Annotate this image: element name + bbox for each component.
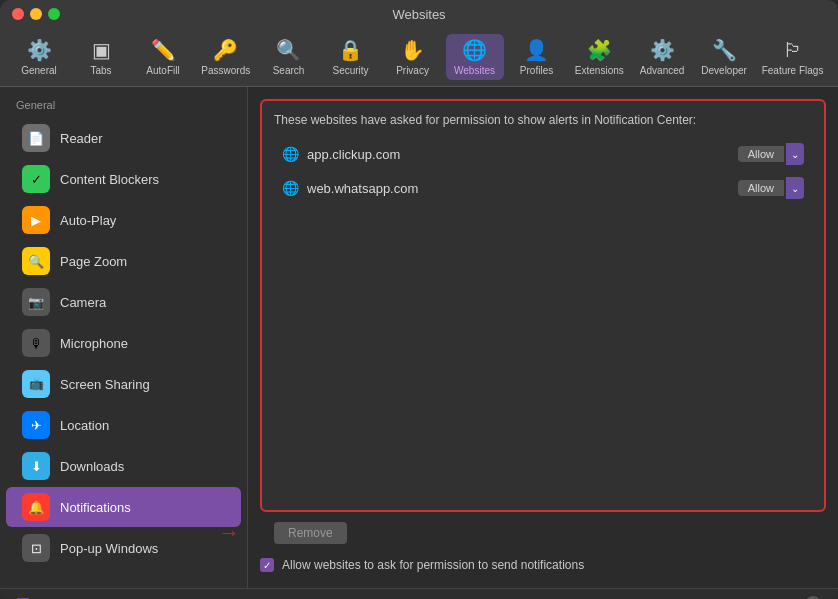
maximize-button[interactable] — [48, 8, 60, 20]
reader-icon: 📄 — [22, 124, 50, 152]
toolbar-label-general: General — [21, 65, 57, 76]
notification-header: These websites have asked for permission… — [274, 113, 812, 127]
toolbar-label-profiles: Profiles — [520, 65, 553, 76]
toolbar-item-autofill[interactable]: ✏️ AutoFill — [134, 34, 192, 80]
content-blockers-icon: ✓ — [22, 165, 50, 193]
remove-area: → Remove — [260, 522, 826, 544]
toolbar-label-security: Security — [332, 65, 368, 76]
website-info-clickup: 🌐 app.clickup.com — [282, 146, 400, 162]
sidebar-label-location: Location — [60, 418, 109, 433]
downloads-icon: ⬇ — [22, 452, 50, 480]
website-name-clickup: app.clickup.com — [307, 147, 400, 162]
screen-sharing-icon: 📺 — [22, 370, 50, 398]
search-icon: 🔍 — [276, 38, 301, 62]
toolbar-label-passwords: Passwords — [201, 65, 250, 76]
notifications-checkbox-label: Allow websites to ask for permission to … — [282, 558, 584, 572]
minimize-button[interactable] — [30, 8, 42, 20]
allow-dropdown-clickup[interactable]: ⌄ — [786, 143, 804, 165]
remove-button[interactable]: Remove — [274, 522, 347, 544]
pop-up-windows-icon: ⊡ — [22, 534, 50, 562]
sidebar-label-camera: Camera — [60, 295, 106, 310]
location-icon: ✈ — [22, 411, 50, 439]
toolbar-item-privacy[interactable]: ✋ Privacy — [384, 34, 442, 80]
allow-control-whatsapp: Allow ⌄ — [738, 177, 804, 199]
main-content: General 📄 Reader ✓ Content Blockers ▶ Au… — [0, 87, 838, 588]
passwords-icon: 🔑 — [213, 38, 238, 62]
advanced-icon: ⚙️ — [650, 38, 675, 62]
sidebar-item-camera[interactable]: 📷 Camera — [6, 282, 241, 322]
sidebar-label-page-zoom: Page Zoom — [60, 254, 127, 269]
notifications-checkbox[interactable]: ✓ — [260, 558, 274, 572]
sidebar-item-reader[interactable]: 📄 Reader — [6, 118, 241, 158]
sidebar-item-pop-up-windows[interactable]: ⊡ Pop-up Windows — [6, 528, 241, 568]
general-icon: ⚙️ — [27, 38, 52, 62]
sidebar-label-screen-sharing: Screen Sharing — [60, 377, 150, 392]
developer-icon: 🔧 — [712, 38, 737, 62]
allow-control-clickup: Allow ⌄ — [738, 143, 804, 165]
sidebar-item-notifications[interactable]: 🔔 Notifications — [6, 487, 241, 527]
toolbar-item-extensions[interactable]: 🧩 Extensions — [570, 34, 630, 80]
toolbar-label-privacy: Privacy — [396, 65, 429, 76]
sidebar-item-microphone[interactable]: 🎙 Microphone — [6, 323, 241, 363]
toolbar: ⚙️ General ▣ Tabs ✏️ AutoFill 🔑 Password… — [0, 28, 838, 87]
toolbar-label-autofill: AutoFill — [146, 65, 179, 76]
sidebar: General 📄 Reader ✓ Content Blockers ▶ Au… — [0, 87, 248, 588]
toolbar-label-advanced: Advanced — [640, 65, 684, 76]
profiles-icon: 👤 — [524, 38, 549, 62]
website-name-whatsapp: web.whatsapp.com — [307, 181, 418, 196]
website-info-whatsapp: 🌐 web.whatsapp.com — [282, 180, 418, 196]
notifications-icon: 🔔 — [22, 493, 50, 521]
toolbar-label-developer: Developer — [701, 65, 747, 76]
allow-button-whatsapp[interactable]: Allow — [738, 180, 784, 196]
toolbar-item-general[interactable]: ⚙️ General — [10, 34, 68, 80]
toolbar-item-search[interactable]: 🔍 Search — [260, 34, 318, 80]
tabs-icon: ▣ — [92, 38, 111, 62]
auto-play-icon: ▶ — [22, 206, 50, 234]
allow-dropdown-whatsapp[interactable]: ⌄ — [786, 177, 804, 199]
toolbar-item-tabs[interactable]: ▣ Tabs — [72, 34, 130, 80]
title-bar: Websites — [0, 0, 838, 28]
page-zoom-icon: 🔍 — [22, 247, 50, 275]
security-icon: 🔒 — [338, 38, 363, 62]
sidebar-item-content-blockers[interactable]: ✓ Content Blockers — [6, 159, 241, 199]
sidebar-label-auto-play: Auto-Play — [60, 213, 116, 228]
notifications-checkbox-row[interactable]: ✓ Allow websites to ask for permission t… — [260, 554, 826, 576]
toolbar-item-developer[interactable]: 🔧 Developer — [695, 34, 753, 80]
sidebar-item-location[interactable]: ✈ Location — [6, 405, 241, 445]
sidebar-item-page-zoom[interactable]: 🔍 Page Zoom — [6, 241, 241, 281]
toolbar-item-advanced[interactable]: ⚙️ Advanced — [633, 34, 691, 80]
sidebar-item-auto-play[interactable]: ▶ Auto-Play — [6, 200, 241, 240]
sidebar-label-pop-up-windows: Pop-up Windows — [60, 541, 158, 556]
allow-button-clickup[interactable]: Allow — [738, 146, 784, 162]
toolbar-label-search: Search — [273, 65, 305, 76]
sidebar-label-downloads: Downloads — [60, 459, 124, 474]
camera-icon: 📷 — [22, 288, 50, 316]
right-panel: These websites have asked for permission… — [248, 87, 838, 588]
bottom-bar: ✓ Share across devices ? — [0, 588, 838, 599]
autofill-icon: ✏️ — [151, 38, 176, 62]
website-row-whatsapp[interactable]: 🌐 web.whatsapp.com Allow ⌄ — [274, 171, 812, 205]
microphone-icon: 🎙 — [22, 329, 50, 357]
toolbar-label-websites: Websites — [454, 65, 495, 76]
website-row-clickup[interactable]: 🌐 app.clickup.com Allow ⌄ — [274, 137, 812, 171]
globe-icon-clickup: 🌐 — [282, 146, 299, 162]
globe-icon-whatsapp: 🌐 — [282, 180, 299, 196]
sidebar-label-microphone: Microphone — [60, 336, 128, 351]
toolbar-label-tabs: Tabs — [90, 65, 111, 76]
toolbar-item-websites[interactable]: 🌐 Websites — [446, 34, 504, 80]
toolbar-item-featureflags[interactable]: 🏳 Feature Flags — [757, 35, 828, 80]
window-title: Websites — [392, 7, 445, 22]
toolbar-item-security[interactable]: 🔒 Security — [322, 34, 380, 80]
sidebar-section-general: General — [0, 95, 247, 117]
featureflags-icon: 🏳 — [783, 39, 803, 62]
arrow-indicator: → — [218, 520, 240, 546]
sidebar-item-downloads[interactable]: ⬇ Downloads — [6, 446, 241, 486]
traffic-lights — [12, 8, 60, 20]
sidebar-label-reader: Reader — [60, 131, 103, 146]
toolbar-item-profiles[interactable]: 👤 Profiles — [508, 34, 566, 80]
sidebar-label-notifications: Notifications — [60, 500, 131, 515]
sidebar-item-screen-sharing[interactable]: 📺 Screen Sharing — [6, 364, 241, 404]
close-button[interactable] — [12, 8, 24, 20]
toolbar-item-passwords[interactable]: 🔑 Passwords — [196, 34, 256, 80]
help-button[interactable]: ? — [804, 596, 822, 600]
